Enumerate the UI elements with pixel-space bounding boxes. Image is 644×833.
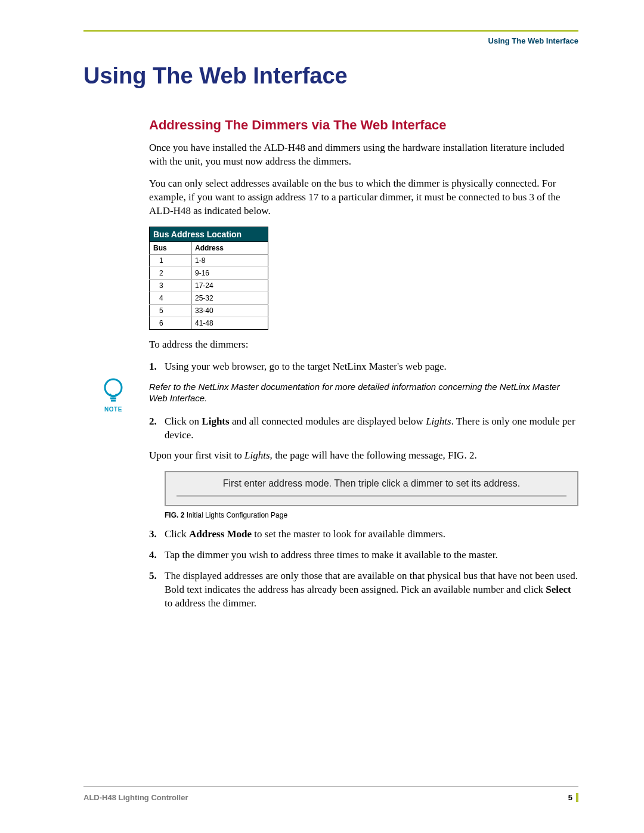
lead-in: To address the dimmers: xyxy=(149,338,578,352)
note-icon: NOTE xyxy=(95,377,131,413)
note-label: NOTE xyxy=(95,406,131,413)
figure-caption: FIG. 2 Initial Lights Configuration Page xyxy=(165,511,578,519)
table-row: 29-16 xyxy=(150,267,268,279)
running-head: Using The Web Interface xyxy=(83,36,578,45)
bus-address-table: Bus Address Location Bus Address 11-8 29… xyxy=(149,227,268,330)
table-row: 641-48 xyxy=(150,317,268,329)
top-rule xyxy=(83,30,578,32)
page: Using The Web Interface Using The Web In… xyxy=(0,0,644,833)
step-num: 2. xyxy=(149,415,165,442)
table-row: 317-24 xyxy=(150,279,268,292)
step-5: 5. The displayed addresses are only thos… xyxy=(149,569,578,611)
figure-2-box: First enter address mode. Then triple cl… xyxy=(165,471,578,506)
table-row: 11-8 xyxy=(150,254,268,267)
table-row: 425-32 xyxy=(150,292,268,304)
step-text: Click Address Mode to set the master to … xyxy=(165,528,578,541)
footer-rule xyxy=(83,786,578,787)
table-title: Bus Address Location xyxy=(150,227,268,241)
step-3: 3. Click Address Mode to set the master … xyxy=(149,528,578,541)
step-num: 1. xyxy=(149,360,165,374)
steps-list: 1. Using your web browser, go to the tar… xyxy=(149,360,578,611)
step-4: 4. Tap the dimmer you wish to address th… xyxy=(149,549,578,562)
col-address: Address xyxy=(191,241,268,254)
content-area: Addressing The Dimmers via The Web Inter… xyxy=(149,117,578,611)
step-2: 2. Click on Lights and all connected mod… xyxy=(149,415,578,442)
page-title: Using The Web Interface xyxy=(83,63,578,89)
intro-para-1: Once you have installed the ALD-H48 and … xyxy=(149,141,578,169)
step-num: 4. xyxy=(149,549,165,562)
intro-para-2: You can only select addresses available … xyxy=(149,177,578,218)
page-footer: ALD-H48 Lighting Controller 5 xyxy=(83,786,578,802)
figure-inner-rule xyxy=(177,495,566,497)
section-heading: Addressing The Dimmers via The Web Inter… xyxy=(149,117,578,133)
upon-visit-para: Upon your first visit to Lights, the pag… xyxy=(149,449,578,463)
footer-doc-title: ALD-H48 Lighting Controller xyxy=(83,793,188,802)
step-1: 1. Using your web browser, go to the tar… xyxy=(149,360,578,374)
note-text: Refer to the NetLinx Master documentatio… xyxy=(149,381,578,404)
step-text: The displayed addresses are only those t… xyxy=(165,569,578,611)
step-num: 3. xyxy=(149,528,165,541)
step-text: Click on Lights and all connected module… xyxy=(165,415,578,442)
svg-point-0 xyxy=(105,379,122,396)
col-bus: Bus xyxy=(150,241,191,254)
step-num: 5. xyxy=(149,569,165,611)
step-text: Using your web browser, go to the target… xyxy=(165,360,578,374)
step-text: Tap the dimmer you wish to address three… xyxy=(165,549,578,562)
note-block: NOTE Refer to the NetLinx Master documen… xyxy=(149,381,578,404)
table-row: 533-40 xyxy=(150,304,268,317)
lightbulb-icon xyxy=(101,377,126,405)
page-number: 5 xyxy=(568,793,578,802)
figure-message: First enter address mode. Then triple cl… xyxy=(223,478,521,488)
